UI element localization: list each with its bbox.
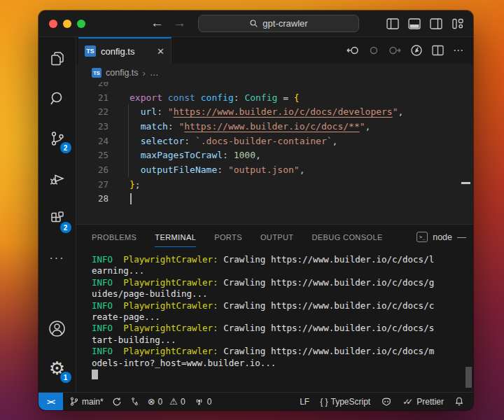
navigate-back-button[interactable]: ← bbox=[150, 14, 164, 32]
tab-label: config.ts bbox=[101, 46, 134, 57]
run-debug-icon bbox=[48, 169, 66, 188]
terminal-line: tart-building... bbox=[92, 335, 473, 346]
activity-explorer[interactable] bbox=[42, 43, 73, 75]
panel-tabs: PROBLEMSTERMINALPORTSOUTPUTDEBUG CONSOLE bbox=[92, 227, 383, 247]
language-mode[interactable]: { } TypeScript bbox=[320, 397, 370, 407]
panel-tab-debug-console[interactable]: DEBUG CONSOLE bbox=[312, 227, 383, 247]
problems-status[interactable]: ⊗ 0 ⚠ 0 bbox=[148, 397, 186, 407]
layout-controls bbox=[386, 10, 464, 37]
panel-header: PROBLEMSTERMINALPORTSOUTPUTDEBUG CONSOLE… bbox=[76, 225, 473, 249]
activity-settings[interactable]: ⚙ 1 bbox=[42, 352, 73, 384]
line-number: 20 bbox=[76, 82, 108, 88]
activity-extensions[interactable]: 2 bbox=[42, 202, 73, 234]
navigate-forward-button[interactable]: → bbox=[173, 14, 186, 32]
terminal-line: reate-page... bbox=[92, 312, 473, 323]
editor-group: TS config.ts ✕ bbox=[76, 37, 473, 392]
search-icon bbox=[48, 90, 66, 108]
breadcrumb[interactable]: TS config.ts › … bbox=[76, 64, 473, 82]
terminal-line: INFO PlaywrightCrawler: Crawling https:/… bbox=[92, 254, 473, 265]
terminal-line: INFO PlaywrightCrawler: Crawling https:/… bbox=[92, 300, 473, 312]
vscode-window: ← → gpt-crawler bbox=[38, 10, 473, 410]
toggle-panel-icon[interactable] bbox=[408, 18, 421, 29]
minimize-window-button[interactable] bbox=[63, 20, 71, 28]
warning-icon: ⚠ bbox=[169, 397, 178, 406]
typescript-file-icon: TS bbox=[85, 46, 96, 57]
line-number: 22 bbox=[76, 106, 108, 117]
typescript-file-icon: TS bbox=[92, 68, 102, 78]
line-number: 25 bbox=[76, 150, 108, 160]
run-code-icon[interactable] bbox=[410, 44, 423, 57]
panel-tab-ports[interactable]: PORTS bbox=[214, 227, 242, 247]
toggle-secondary-sidebar-icon[interactable] bbox=[430, 18, 442, 29]
error-icon: ⊗ bbox=[148, 397, 155, 406]
panel-tab-problems[interactable]: PROBLEMS bbox=[92, 227, 136, 247]
code-line-22: 22 url: "https://www.builder.io/c/docs/d… bbox=[76, 104, 473, 119]
panel-tab-output[interactable]: OUTPUT bbox=[260, 227, 294, 247]
breadcrumb-tail[interactable]: … bbox=[150, 68, 159, 78]
editor-tab-bar: TS config.ts ✕ bbox=[76, 37, 473, 64]
panel-tab-terminal[interactable]: TERMINAL bbox=[155, 227, 196, 247]
account-icon bbox=[48, 319, 66, 338]
activity-search[interactable] bbox=[42, 83, 73, 115]
code-line-25: 25 maxPagesToCrawl: 1000, bbox=[76, 148, 473, 162]
code-line-21: 21export const config: Config = { bbox=[76, 90, 473, 105]
copilot-status[interactable] bbox=[381, 397, 392, 407]
eol-indicator[interactable]: LF bbox=[300, 397, 309, 407]
code-editor[interactable]: 2021export const config: Config = {22 ur… bbox=[76, 82, 473, 224]
desktop-wallpaper: ← → gpt-crawler bbox=[0, 0, 504, 420]
overview-ruler-marker bbox=[461, 182, 470, 184]
ports-status[interactable]: 0 bbox=[194, 397, 212, 407]
terminal-line: INFO PlaywrightCrawler: Crawling https:/… bbox=[92, 323, 473, 334]
nav-back-circle-icon[interactable] bbox=[346, 45, 360, 56]
formatter-status[interactable]: ✓✓ Prettier bbox=[402, 397, 444, 407]
tab-config-ts[interactable]: TS config.ts ✕ bbox=[78, 37, 172, 64]
breadcrumb-file[interactable]: config.ts bbox=[106, 68, 139, 78]
zoom-window-button[interactable] bbox=[77, 20, 85, 28]
line-number: 23 bbox=[76, 121, 108, 132]
status-left: main* ⊗ 0 ⚠ 0 bbox=[63, 396, 211, 407]
more-actions-icon[interactable]: ⋯ bbox=[453, 44, 464, 57]
copilot-icon bbox=[381, 397, 392, 407]
more-views-icon: ··· bbox=[50, 248, 65, 269]
editor-actions: ⋯ bbox=[346, 37, 473, 64]
code-line-27: 27}; bbox=[76, 177, 473, 192]
activity-accounts[interactable] bbox=[42, 312, 73, 344]
close-window-button[interactable] bbox=[49, 20, 57, 28]
terminal-instance[interactable]: >_ node — bbox=[416, 232, 466, 242]
nav-forward-circle-icon[interactable] bbox=[388, 45, 401, 56]
line-number: 21 bbox=[76, 92, 108, 103]
branch-status[interactable]: main* bbox=[69, 396, 104, 407]
terminal-name: node bbox=[433, 232, 452, 242]
toggle-primary-sidebar-icon[interactable] bbox=[386, 18, 399, 29]
command-center-search[interactable]: gpt-crawler bbox=[198, 15, 359, 32]
terminal-cursor bbox=[92, 370, 98, 379]
title-bar: ← → gpt-crawler bbox=[38, 10, 473, 37]
sync-changes-button[interactable] bbox=[112, 397, 122, 407]
editor-cursor bbox=[130, 193, 132, 204]
panel-resize-dash: — bbox=[457, 232, 466, 242]
terminal-output[interactable]: INFO PlaywrightCrawler: Crawling https:/… bbox=[76, 249, 473, 392]
breadcrumb-separator: › bbox=[143, 68, 146, 78]
notifications-button[interactable] bbox=[454, 396, 464, 407]
code-line-23: 23 match: "https://www.builder.io/c/docs… bbox=[76, 119, 473, 134]
check-all-icon: ✓✓ bbox=[402, 397, 410, 407]
settings-badge: 1 bbox=[60, 372, 71, 383]
nav-circle-icon[interactable] bbox=[369, 45, 379, 56]
sync-icon bbox=[112, 397, 122, 407]
terminal-scrollbar[interactable] bbox=[465, 367, 472, 388]
code-line-20: 20 bbox=[76, 82, 473, 90]
line-number: 26 bbox=[76, 164, 108, 175]
git-graph-button[interactable] bbox=[130, 396, 139, 407]
status-bar: >< main* bbox=[38, 392, 473, 410]
close-tab-icon[interactable]: ✕ bbox=[157, 46, 164, 57]
terminal-icon: >_ bbox=[416, 232, 428, 242]
extensions-badge: 2 bbox=[60, 222, 71, 233]
remote-indicator[interactable]: >< bbox=[38, 393, 63, 410]
activity-source-control[interactable]: 2 bbox=[42, 122, 73, 155]
activity-more-views[interactable]: ··· bbox=[42, 242, 73, 274]
activity-bar: 2 2 ··· bbox=[38, 37, 76, 392]
customize-layout-icon[interactable] bbox=[451, 18, 464, 29]
code-line-24: 24 selector: `.docs-builder-container`, bbox=[76, 134, 473, 148]
split-editor-icon[interactable] bbox=[432, 45, 444, 56]
activity-run-debug[interactable] bbox=[42, 162, 73, 195]
